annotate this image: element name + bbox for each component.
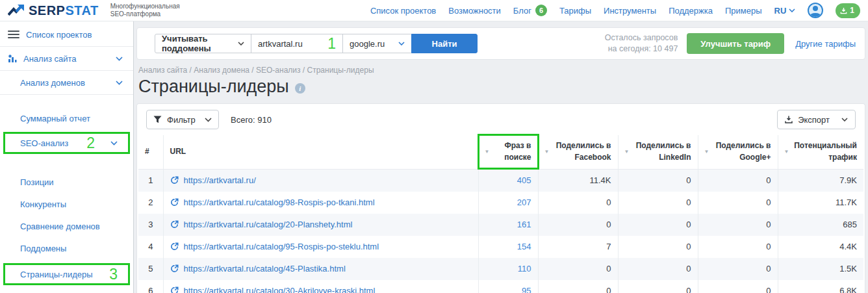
top-bar: SERPSTAT МногофункциональнаяSEO-платформ… [0, 0, 868, 21]
main-content: Учитывать поддомены 1 google.ru Найти Ос… [134, 21, 868, 293]
bar-chart-icon [8, 54, 17, 63]
sidebar-item-subdomains[interactable]: Поддомены [0, 237, 133, 259]
quota-remaining: Осталось запросовна сегодня: 10 497 [605, 32, 678, 55]
nav-project-list[interactable]: Список проектов [370, 6, 436, 16]
table-row: 3 https://artkvartal.ru/catalog/20-Plans… [138, 214, 863, 236]
sort-icon[interactable]: ▼ [784, 148, 789, 156]
external-link-icon [170, 242, 179, 251]
divider [0, 94, 133, 95]
nav-pricing[interactable]: Тарифы [559, 6, 591, 16]
annotation-box-step3: Страницы-лидеры 3 [3, 263, 130, 285]
phrases-link[interactable]: 154 [478, 236, 538, 258]
sidebar: Список проектов Анализ сайта Анализ доме… [0, 21, 134, 293]
external-link-icon [170, 264, 179, 273]
sidebar-item-top-pages[interactable]: Страницы-лидеры 3 [5, 265, 128, 283]
logo-text: SERPSTAT [29, 4, 99, 17]
sidebar-item-competitors[interactable]: Конкуренты [0, 193, 133, 215]
external-link-icon [170, 198, 179, 207]
sidebar-item-domain-comparison[interactable]: Сравнение доменов [0, 215, 133, 237]
phrases-link[interactable]: 405 [478, 170, 538, 192]
table-row: 1 https://artkvartal.ru/ 405 11.4K 0 0 7… [138, 170, 863, 192]
breadcrumb[interactable]: Анализ сайта / Анализ домена / SEO-анали… [138, 66, 865, 75]
table-row: 5 https://artkvartal.ru/catalog/45-Plast… [138, 258, 863, 280]
table-row: 6 https://artkvartal.ru/catalog/30-Akril… [138, 280, 863, 293]
download-icon [840, 7, 847, 14]
external-link-icon [170, 220, 179, 229]
blog-count-badge: 6 [535, 5, 547, 16]
annotation-box-step2: SEO-анализ 2 [3, 132, 130, 154]
url-link[interactable]: https://artkvartal.ru/catalog/45-Plastik… [170, 264, 472, 274]
url-link[interactable]: https://artkvartal.ru/catalog/98-Rospis-… [170, 197, 472, 207]
sidebar-item-seo-analysis[interactable]: SEO-анализ 2 [5, 134, 128, 152]
url-link[interactable]: https://artkvartal.ru/catalog/30-Akrilov… [170, 286, 472, 293]
account-usage-badge[interactable]: 1 [836, 3, 860, 18]
table-row: 4 https://artkvartal.ru/catalog/95-Rospi… [138, 236, 863, 258]
column-header-traffic[interactable]: ▼ Потенциальный трафик [778, 135, 863, 170]
user-avatar[interactable] [808, 3, 823, 18]
column-header-googleplus[interactable]: ▼ Поделились в Google+ [698, 135, 778, 170]
column-header-phrases[interactable]: ▼ Фраз в поиске [478, 135, 538, 170]
nav-support[interactable]: Поддержка [669, 6, 713, 16]
top-navigation: Список проектов Возможности Блог6 Тарифы… [370, 3, 868, 18]
download-icon [785, 116, 793, 123]
export-button[interactable]: Экспорт [777, 110, 856, 129]
sort-icon[interactable]: ▼ [485, 148, 490, 156]
column-header-facebook[interactable]: ▼ Поделились в Facebook [538, 135, 618, 170]
external-link-icon [170, 176, 179, 185]
serpstat-logo-icon [8, 4, 25, 17]
sidebar-item-site-tree[interactable]: Дерево сайта [0, 285, 133, 293]
nav-features[interactable]: Возможности [448, 6, 501, 16]
column-header-linkedin[interactable]: ▼ Поделились в LinkedIn [618, 135, 698, 170]
external-link-icon [170, 287, 179, 293]
brand-tagline: МногофункциональнаяSEO-платформа [110, 3, 180, 18]
info-icon[interactable]: i [295, 83, 305, 94]
divider [0, 70, 133, 71]
sidebar-item-project-list[interactable]: Список проектов [0, 25, 133, 44]
chevron-down-icon [238, 42, 244, 45]
language-selector[interactable]: RU [774, 6, 796, 16]
domain-input-wrap: 1 [251, 34, 343, 53]
logo[interactable]: SERPSTAT МногофункциональнаяSEO-платформ… [0, 3, 134, 18]
report-toolbar: Фильтр Всего: 910 Экспорт [138, 110, 863, 135]
annotation-step-3: 3 [109, 267, 118, 282]
url-link[interactable]: https://artkvartal.ru/catalog/20-Planshe… [170, 220, 472, 229]
chevron-down-icon [116, 57, 123, 61]
chevron-down-icon [116, 81, 123, 85]
column-header-url: URL [163, 135, 478, 170]
menu-icon[interactable] [8, 31, 19, 38]
url-link[interactable]: https://artkvartal.ru/catalog/95-Rospis-… [170, 242, 472, 251]
sidebar-item-site-analysis[interactable]: Анализ сайта [0, 49, 133, 68]
sidebar-item-positions[interactable]: Позиции [0, 171, 133, 193]
sidebar-item-domain-analysis[interactable]: Анализ доменов [0, 73, 133, 92]
search-panel: Учитывать поддомены 1 google.ru Найти Ос… [136, 27, 865, 60]
chevron-down-icon [205, 118, 212, 122]
sort-icon[interactable]: ▼ [544, 148, 550, 156]
search-button[interactable]: Найти [411, 34, 478, 53]
subdomain-mode-dropdown[interactable]: Учитывать поддомены [155, 34, 251, 53]
phrases-link[interactable]: 110 [478, 258, 538, 280]
nav-blog[interactable]: Блог6 [513, 5, 547, 16]
sort-icon[interactable]: ▼ [624, 148, 630, 156]
chevron-down-icon [398, 42, 405, 45]
chevron-down-icon [841, 118, 848, 121]
phrases-link[interactable]: 161 [478, 214, 538, 236]
top-pages-table: # URL ▼ Фраз в поиске ▼ Поделились в Fac… [138, 135, 863, 293]
url-link[interactable]: https://artkvartal.ru/ [170, 175, 472, 185]
table-header-row: # URL ▼ Фраз в поиске ▼ Поделились в Fac… [138, 135, 863, 170]
total-count: Всего: 910 [231, 115, 272, 125]
divider [0, 46, 133, 47]
phrases-link[interactable]: 95 [478, 280, 538, 293]
sort-icon[interactable]: ▼ [704, 148, 709, 156]
annotation-step-1: 1 [327, 36, 336, 51]
report-card: Фильтр Всего: 910 Экспорт # URL [136, 103, 865, 293]
other-plans-link[interactable]: Другие тарифы [795, 39, 856, 49]
sidebar-item-summary-report[interactable]: Суммарный отчет [0, 108, 133, 128]
column-header-num: # [138, 135, 163, 170]
phrases-link[interactable]: 207 [478, 192, 538, 214]
search-engine-select[interactable]: google.ru [342, 34, 412, 53]
annotation-step-2: 2 [86, 136, 95, 151]
filter-button[interactable]: Фильтр [146, 110, 219, 129]
nav-examples[interactable]: Примеры [725, 6, 762, 16]
nav-tools[interactable]: Инструменты [604, 6, 656, 16]
upgrade-plan-button[interactable]: Улучшить тариф [687, 33, 784, 54]
